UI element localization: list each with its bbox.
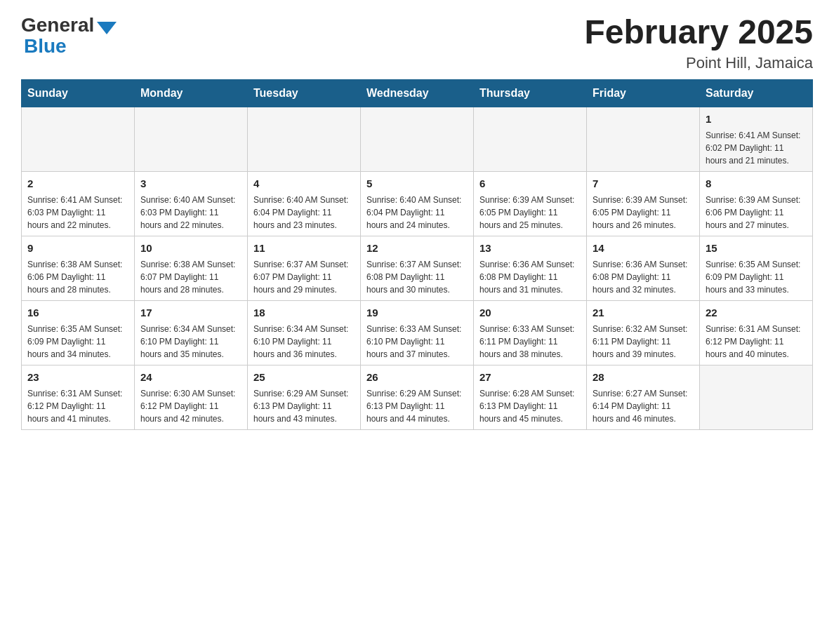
day-info: Sunrise: 6:34 AM Sunset: 6:10 PM Dayligh… (253, 323, 355, 361)
weekday-header-thursday: Thursday (474, 79, 587, 107)
day-info: Sunrise: 6:36 AM Sunset: 6:08 PM Dayligh… (593, 258, 694, 296)
calendar-cell: 21Sunrise: 6:32 AM Sunset: 6:11 PM Dayli… (587, 300, 700, 365)
day-number: 16 (27, 305, 128, 320)
month-year-title: February 2025 (584, 14, 813, 51)
day-info: Sunrise: 6:31 AM Sunset: 6:12 PM Dayligh… (706, 323, 807, 361)
calendar-cell (361, 107, 474, 171)
calendar-cell (700, 365, 813, 429)
day-info: Sunrise: 6:33 AM Sunset: 6:11 PM Dayligh… (479, 323, 581, 361)
calendar-cell: 18Sunrise: 6:34 AM Sunset: 6:10 PM Dayli… (248, 300, 361, 365)
day-number: 12 (366, 241, 468, 255)
day-info: Sunrise: 6:29 AM Sunset: 6:13 PM Dayligh… (253, 387, 355, 425)
day-info: Sunrise: 6:32 AM Sunset: 6:11 PM Dayligh… (593, 323, 694, 361)
day-number: 18 (253, 305, 355, 320)
day-number: 27 (479, 370, 581, 384)
calendar-cell: 8Sunrise: 6:39 AM Sunset: 6:06 PM Daylig… (700, 171, 813, 236)
day-number: 5 (366, 176, 468, 191)
day-info: Sunrise: 6:31 AM Sunset: 6:12 PM Dayligh… (27, 387, 128, 425)
day-number: 13 (479, 241, 581, 255)
calendar-cell: 6Sunrise: 6:39 AM Sunset: 6:05 PM Daylig… (474, 171, 587, 236)
day-info: Sunrise: 6:27 AM Sunset: 6:14 PM Dayligh… (593, 387, 694, 425)
day-number: 28 (593, 370, 694, 384)
day-number: 15 (706, 241, 807, 255)
weekday-header-tuesday: Tuesday (248, 79, 361, 107)
page-header: General Blue February 2025 Point Hill, J… (21, 14, 813, 72)
calendar-cell: 28Sunrise: 6:27 AM Sunset: 6:14 PM Dayli… (587, 365, 700, 429)
day-number: 21 (593, 305, 694, 320)
calendar-cell (22, 107, 135, 171)
title-block: February 2025 Point Hill, Jamaica (584, 14, 813, 72)
calendar-week-row: 16Sunrise: 6:35 AM Sunset: 6:09 PM Dayli… (22, 300, 813, 365)
calendar-cell: 16Sunrise: 6:35 AM Sunset: 6:09 PM Dayli… (22, 300, 135, 365)
day-number: 24 (140, 370, 241, 384)
day-number: 6 (479, 176, 581, 191)
calendar-cell: 2Sunrise: 6:41 AM Sunset: 6:03 PM Daylig… (22, 171, 135, 236)
day-number: 20 (479, 305, 581, 320)
day-info: Sunrise: 6:41 AM Sunset: 6:03 PM Dayligh… (27, 194, 128, 232)
calendar-cell: 4Sunrise: 6:40 AM Sunset: 6:04 PM Daylig… (248, 171, 361, 236)
calendar-cell: 17Sunrise: 6:34 AM Sunset: 6:10 PM Dayli… (135, 300, 248, 365)
day-number: 9 (27, 241, 128, 255)
calendar-cell: 22Sunrise: 6:31 AM Sunset: 6:12 PM Dayli… (700, 300, 813, 365)
weekday-header-sunday: Sunday (22, 79, 135, 107)
calendar-week-row: 2Sunrise: 6:41 AM Sunset: 6:03 PM Daylig… (22, 171, 813, 236)
calendar-cell: 11Sunrise: 6:37 AM Sunset: 6:07 PM Dayli… (248, 236, 361, 300)
calendar-header-row: SundayMondayTuesdayWednesdayThursdayFrid… (22, 79, 813, 107)
day-info: Sunrise: 6:38 AM Sunset: 6:07 PM Dayligh… (140, 258, 241, 296)
calendar-cell: 1Sunrise: 6:41 AM Sunset: 6:02 PM Daylig… (700, 107, 813, 171)
calendar-cell: 7Sunrise: 6:39 AM Sunset: 6:05 PM Daylig… (587, 171, 700, 236)
weekday-header-wednesday: Wednesday (361, 79, 474, 107)
calendar-cell: 15Sunrise: 6:35 AM Sunset: 6:09 PM Dayli… (700, 236, 813, 300)
weekday-header-saturday: Saturday (700, 79, 813, 107)
day-number: 10 (140, 241, 241, 255)
calendar-cell: 24Sunrise: 6:30 AM Sunset: 6:12 PM Dayli… (135, 365, 248, 429)
day-info: Sunrise: 6:37 AM Sunset: 6:07 PM Dayligh… (253, 258, 355, 296)
day-number: 1 (706, 112, 807, 126)
day-number: 7 (593, 176, 694, 191)
calendar-cell: 13Sunrise: 6:36 AM Sunset: 6:08 PM Dayli… (474, 236, 587, 300)
day-number: 26 (366, 370, 468, 384)
calendar-cell (587, 107, 700, 171)
calendar-cell (135, 107, 248, 171)
day-number: 3 (140, 176, 241, 191)
calendar-cell: 27Sunrise: 6:28 AM Sunset: 6:13 PM Dayli… (474, 365, 587, 429)
day-info: Sunrise: 6:29 AM Sunset: 6:13 PM Dayligh… (366, 387, 468, 425)
calendar-table: SundayMondayTuesdayWednesdayThursdayFrid… (21, 79, 813, 430)
day-info: Sunrise: 6:40 AM Sunset: 6:04 PM Dayligh… (253, 194, 355, 232)
day-info: Sunrise: 6:41 AM Sunset: 6:02 PM Dayligh… (706, 129, 807, 167)
day-number: 2 (27, 176, 128, 191)
day-number: 25 (253, 370, 355, 384)
calendar-week-row: 9Sunrise: 6:38 AM Sunset: 6:06 PM Daylig… (22, 236, 813, 300)
calendar-cell (248, 107, 361, 171)
day-number: 22 (706, 305, 807, 320)
day-info: Sunrise: 6:40 AM Sunset: 6:03 PM Dayligh… (140, 194, 241, 232)
calendar-cell: 10Sunrise: 6:38 AM Sunset: 6:07 PM Dayli… (135, 236, 248, 300)
weekday-header-friday: Friday (587, 79, 700, 107)
day-info: Sunrise: 6:33 AM Sunset: 6:10 PM Dayligh… (366, 323, 468, 361)
weekday-header-monday: Monday (135, 79, 248, 107)
calendar-cell (474, 107, 587, 171)
logo-general-text: General (21, 14, 94, 36)
day-info: Sunrise: 6:40 AM Sunset: 6:04 PM Dayligh… (366, 194, 468, 232)
logo-blue-text: Blue (24, 35, 67, 58)
day-info: Sunrise: 6:38 AM Sunset: 6:06 PM Dayligh… (27, 258, 128, 296)
location-subtitle: Point Hill, Jamaica (584, 54, 813, 72)
calendar-cell: 23Sunrise: 6:31 AM Sunset: 6:12 PM Dayli… (22, 365, 135, 429)
day-number: 17 (140, 305, 241, 320)
calendar-cell: 20Sunrise: 6:33 AM Sunset: 6:11 PM Dayli… (474, 300, 587, 365)
day-info: Sunrise: 6:39 AM Sunset: 6:05 PM Dayligh… (593, 194, 694, 232)
logo-arrow-icon (97, 22, 117, 34)
day-info: Sunrise: 6:35 AM Sunset: 6:09 PM Dayligh… (27, 323, 128, 361)
calendar-cell: 12Sunrise: 6:37 AM Sunset: 6:08 PM Dayli… (361, 236, 474, 300)
calendar-week-row: 1Sunrise: 6:41 AM Sunset: 6:02 PM Daylig… (22, 107, 813, 171)
day-number: 4 (253, 176, 355, 191)
day-number: 8 (706, 176, 807, 191)
day-number: 11 (253, 241, 355, 255)
day-info: Sunrise: 6:36 AM Sunset: 6:08 PM Dayligh… (479, 258, 581, 296)
calendar-cell: 19Sunrise: 6:33 AM Sunset: 6:10 PM Dayli… (361, 300, 474, 365)
day-number: 19 (366, 305, 468, 320)
calendar-cell: 25Sunrise: 6:29 AM Sunset: 6:13 PM Dayli… (248, 365, 361, 429)
calendar-cell: 26Sunrise: 6:29 AM Sunset: 6:13 PM Dayli… (361, 365, 474, 429)
logo: General Blue (21, 14, 117, 58)
day-info: Sunrise: 6:37 AM Sunset: 6:08 PM Dayligh… (366, 258, 468, 296)
